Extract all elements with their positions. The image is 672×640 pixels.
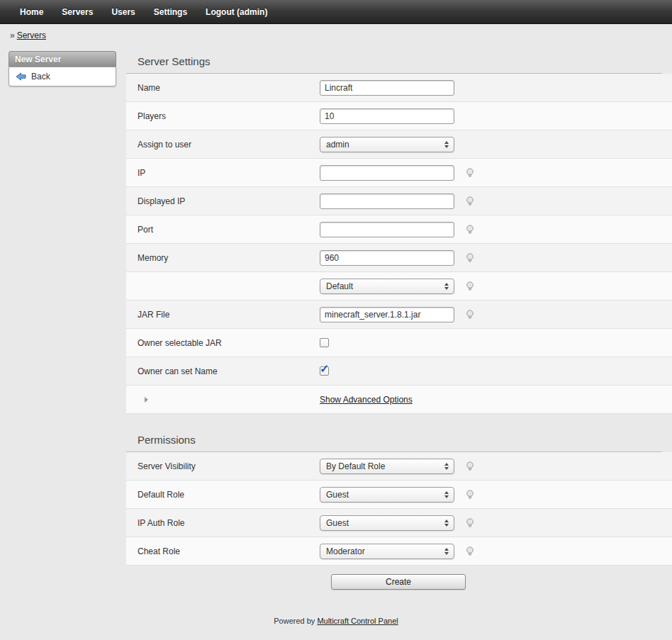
form-row-name: Name xyxy=(126,74,672,102)
field-label: Owner can set Name xyxy=(126,366,320,376)
field-label: Cheat Role xyxy=(126,546,320,556)
field-label: Assign to user xyxy=(126,140,320,150)
field-label: Default Role xyxy=(126,490,320,500)
field-label: Displayed IP xyxy=(126,196,320,206)
lightbulb-icon[interactable] xyxy=(464,461,476,472)
assign-to-user-select[interactable]: admin xyxy=(320,137,454,152)
show-advanced-options-link[interactable]: Show Advanced Options xyxy=(320,395,413,405)
form-row-owner-can-set-name: Owner can set Name xyxy=(126,357,672,386)
nav-item-users[interactable]: Users xyxy=(111,7,135,17)
create-button[interactable]: Create xyxy=(331,574,466,590)
section-heading-permissions: Permissions xyxy=(126,424,662,452)
memory-input[interactable] xyxy=(320,250,454,266)
footer-text: Powered by xyxy=(274,617,315,625)
default-select[interactable]: Default xyxy=(320,279,454,294)
stepper-icon xyxy=(444,141,449,148)
breadcrumb-link-servers[interactable]: Servers xyxy=(17,30,46,40)
lightbulb-icon[interactable] xyxy=(464,224,476,235)
lightbulb-icon[interactable] xyxy=(464,252,476,264)
field-label: IP Auth Role xyxy=(126,518,320,528)
top-navbar: Home Servers Users Settings Logout (admi… xyxy=(0,0,672,24)
back-label: Back xyxy=(31,72,50,82)
breadcrumb: »Servers xyxy=(0,24,672,45)
select-value: admin xyxy=(326,140,349,150)
nav-item-servers[interactable]: Servers xyxy=(62,7,93,17)
create-row: Create xyxy=(126,566,672,598)
select-value: By Default Role xyxy=(326,461,385,471)
form-row-default-select: Default xyxy=(126,272,672,301)
select-value: Default xyxy=(326,281,353,291)
lightbulb-icon[interactable] xyxy=(464,309,476,320)
form-row-jar-file: JAR File xyxy=(126,301,672,329)
form-row-ip: IP xyxy=(126,159,672,187)
form-row-memory: Memory xyxy=(126,244,672,272)
section-heading-server-settings: Server Settings xyxy=(126,45,662,74)
main-content: Server Settings Name Players Assign to u… xyxy=(126,45,672,598)
form-row-port: Port xyxy=(126,215,672,244)
port-input[interactable] xyxy=(320,222,454,237)
players-input[interactable] xyxy=(320,108,454,124)
nav-item-logout[interactable]: Logout (admin) xyxy=(206,7,267,17)
form-row-server-visibility: Server Visibility By Default Role xyxy=(126,452,672,481)
lightbulb-icon[interactable] xyxy=(464,281,476,292)
form-row-advanced-options: Show Advanced Options xyxy=(126,386,672,414)
displayed-ip-input[interactable] xyxy=(320,193,454,209)
form-row-owner-selectable-jar: Owner selectable JAR xyxy=(126,329,672,357)
stepper-icon xyxy=(444,520,449,527)
stepper-icon xyxy=(444,283,449,290)
lightbulb-icon[interactable] xyxy=(464,517,476,529)
form-row-players: Players xyxy=(126,102,672,130)
field-label: Memory xyxy=(126,253,320,263)
field-label: IP xyxy=(126,168,320,178)
sidebar: New Server Back xyxy=(9,51,116,86)
field-label: Name xyxy=(126,83,320,93)
advanced-toggle xyxy=(126,395,320,405)
footer-link-multicraft[interactable]: Multicraft Control Panel xyxy=(317,617,398,625)
owner-selectable-jar-checkbox[interactable] xyxy=(320,338,329,347)
nav-item-settings[interactable]: Settings xyxy=(154,7,187,17)
form-row-cheat-role: Cheat Role Moderator xyxy=(126,537,672,566)
lightbulb-icon[interactable] xyxy=(464,167,476,179)
ip-input[interactable] xyxy=(320,165,454,181)
back-arrow-icon xyxy=(16,72,26,81)
select-value: Guest xyxy=(326,518,349,528)
server-visibility-select[interactable]: By Default Role xyxy=(320,459,454,474)
lightbulb-icon[interactable] xyxy=(464,196,476,207)
back-button[interactable]: Back xyxy=(9,67,116,86)
form-row-assign-to-user: Assign to user admin xyxy=(126,130,672,159)
field-label: Owner selectable JAR xyxy=(126,338,320,348)
ip-auth-role-select[interactable]: Guest xyxy=(320,515,454,531)
select-value: Moderator xyxy=(326,546,365,556)
field-label: Players xyxy=(126,111,320,121)
stepper-icon xyxy=(444,491,449,498)
nav-item-home[interactable]: Home xyxy=(20,7,43,17)
lightbulb-icon[interactable] xyxy=(464,546,476,557)
lightbulb-icon[interactable] xyxy=(464,489,476,500)
select-value: Guest xyxy=(326,490,349,500)
footer: Powered byMulticraft Control Panel xyxy=(0,617,672,625)
stepper-icon xyxy=(444,463,449,470)
form-row-displayed-ip: Displayed IP xyxy=(126,187,672,215)
default-role-select[interactable]: Guest xyxy=(320,487,454,503)
form-row-default-role: Default Role Guest xyxy=(126,481,672,509)
field-label: JAR File xyxy=(126,310,320,320)
form-row-ip-auth-role: IP Auth Role Guest xyxy=(126,509,672,537)
field-label: Server Visibility xyxy=(126,461,320,471)
cheat-role-select[interactable]: Moderator xyxy=(320,544,454,559)
owner-can-set-name-checkbox[interactable] xyxy=(320,366,329,376)
stepper-icon xyxy=(444,548,449,555)
sidebar-title: New Server xyxy=(9,51,116,67)
field-label: Port xyxy=(126,225,320,235)
jar-file-input[interactable] xyxy=(320,307,454,322)
breadcrumb-prefix: » xyxy=(10,30,15,40)
name-input[interactable] xyxy=(320,80,454,96)
disclosure-triangle-icon[interactable] xyxy=(145,397,148,403)
